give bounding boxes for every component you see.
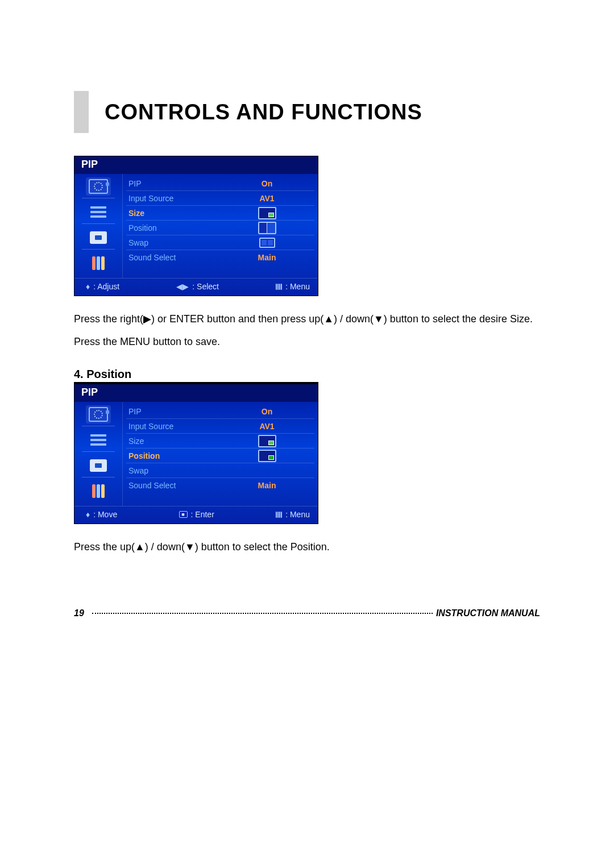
menu-row-input-source: Input Source AV1 [126, 191, 314, 206]
pip-settings-icon [86, 177, 111, 196]
menu-icon [276, 284, 282, 290]
osd-menu-list: PIP On Input Source AV1 Size Position Sw… [123, 402, 318, 506]
osd-footer-hints: ♦: Adjust ◀▶: Select : Menu [74, 278, 318, 296]
pip-settings-icon [86, 405, 111, 423]
osd-sidebar [74, 174, 123, 278]
osd-title: PIP [74, 156, 318, 174]
menu-row-pip: PIP On [126, 404, 314, 419]
menu-row-size: Size [126, 434, 314, 448]
osd-title: PIP [74, 384, 318, 402]
list-icon [86, 431, 111, 449]
osd-screenshot-size: PIP [74, 156, 318, 296]
page-title: CONTROLS AND FUNCTIONS [105, 100, 422, 124]
picture-icon [86, 456, 111, 475]
osd-sidebar [74, 402, 123, 506]
instruction-text: Press the MENU button to save. [74, 331, 540, 352]
page-number: 19 [74, 608, 84, 618]
menu-icon [276, 512, 282, 518]
size-glyph-icon [258, 435, 276, 447]
menu-row-size: Size [126, 206, 314, 221]
osd-menu-list: PIP On Input Source AV1 Size Position Sw… [123, 174, 318, 278]
tools-icon [86, 254, 111, 272]
swap-glyph-icon [259, 238, 275, 248]
size-glyph-icon [258, 207, 276, 219]
menu-row-input-source: Input Source AV1 [126, 419, 314, 434]
menu-row-pip: PIP On [126, 176, 314, 191]
instruction-text: Press the right(▶) or ENTER button and t… [74, 309, 540, 329]
footer-label: INSTRUCTION MANUAL [436, 608, 540, 618]
osd-footer-hints: ♦: Move ■: Enter : Menu [74, 506, 318, 524]
updown-icon: ♦ [86, 282, 90, 291]
title-accent-bar [74, 91, 89, 133]
position-glyph-icon [258, 450, 276, 462]
position-glyph-icon [258, 222, 276, 234]
menu-row-swap: Swap [126, 463, 314, 478]
page-footer: 19 INSTRUCTION MANUAL [74, 608, 540, 618]
menu-row-sound-select: Sound Select Main [126, 250, 314, 264]
menu-row-swap: Swap [126, 235, 314, 250]
picture-icon [86, 229, 111, 247]
updown-icon: ♦ [86, 510, 90, 519]
list-icon [86, 203, 111, 221]
leftright-icon: ◀▶ [176, 282, 189, 291]
osd-screenshot-position: PIP PI [74, 384, 318, 524]
section-heading-position: 4. Position [74, 368, 318, 384]
enter-icon: ■ [179, 511, 188, 518]
menu-row-position: Position [126, 448, 314, 463]
tools-icon [86, 482, 111, 500]
menu-row-sound-select: Sound Select Main [126, 478, 314, 492]
menu-row-position: Position [126, 221, 314, 235]
instruction-text: Press the up(▲) / down(▼) button to sele… [74, 537, 540, 557]
